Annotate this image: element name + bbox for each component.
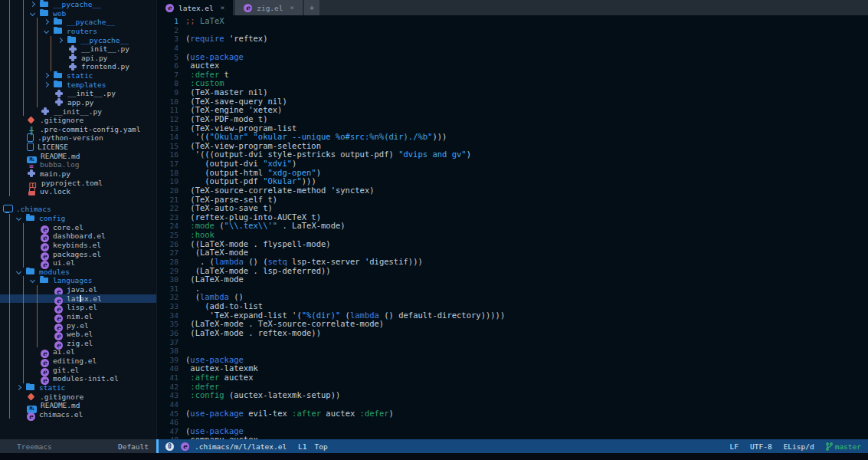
- code-line[interactable]: 45(use-package evil-tex :after auctex :d…: [157, 409, 868, 419]
- indent-guide: [9, 347, 10, 356]
- tree-item-languages[interactable]: languages: [0, 276, 156, 285]
- code-line[interactable]: 41 :after auctex: [157, 373, 868, 383]
- code-line[interactable]: 4: [157, 44, 868, 53]
- tree-item-ui.el[interactable]: eui.el: [0, 258, 156, 268]
- line-number: 18: [157, 169, 179, 178]
- chevron-right-icon: [30, 2, 35, 7]
- tree-item-README.md[interactable]: M↓README.md: [0, 401, 156, 410]
- tree-item-uv.lock[interactable]: uv.lock: [0, 187, 156, 196]
- code-line[interactable]: 40 auctex-latexmk: [157, 364, 868, 373]
- tree-item-static[interactable]: static: [0, 383, 156, 393]
- indent-guide: [51, 36, 51, 45]
- code-line[interactable]: 38: [157, 347, 868, 356]
- tree-item-lisp.el[interactable]: elisp.el: [0, 303, 156, 312]
- code-line[interactable]: 26 ((LaTeX-mode . flyspell-mode): [157, 240, 868, 249]
- tree-item-nim.el[interactable]: enim.el: [0, 312, 156, 321]
- line-number: 3: [157, 34, 179, 44]
- tree-item-latex.el[interactable]: elatex.el: [0, 294, 156, 304]
- folder-icon: [40, 276, 49, 284]
- code-line[interactable]: 29 (LaTeX-mode . lsp-deferred)): [157, 267, 868, 276]
- code-line[interactable]: 46: [157, 418, 868, 427]
- tree-item-bubba.log[interactable]: ≡bubba.log: [0, 160, 156, 169]
- indent-guide: [23, 366, 24, 375]
- code-line[interactable]: 3(require 'reftex): [157, 34, 868, 44]
- tree-item-.chimacs[interactable]: .chimacs: [0, 205, 156, 214]
- tree-item-main.py[interactable]: main.py: [0, 169, 156, 179]
- tree-item-.pre-commit-config.yaml[interactable]: ╫.pre-commit-config.yaml: [0, 125, 156, 134]
- code-line[interactable]: 39(use-package: [157, 356, 868, 365]
- code-line[interactable]: 36 (LaTeX-mode . reftex-mode)): [157, 329, 868, 338]
- tab-latex.el[interactable]: elatex.el×: [157, 0, 233, 15]
- tree-item-editing.el[interactable]: eediting.el: [0, 356, 156, 366]
- tree-item-__init__.py[interactable]: __init__.py: [0, 107, 156, 117]
- tree-item-chimacs.el[interactable]: echimacs.el: [0, 410, 156, 419]
- tree-item-.gitignore[interactable]: .gitignore: [0, 393, 156, 402]
- tree-item-__pycache__[interactable]: __pycache__: [0, 18, 156, 27]
- indent-guide: [51, 54, 51, 63]
- tree-item-README.md[interactable]: M↓README.md: [0, 152, 156, 161]
- tree-item-git.el[interactable]: egit.el: [0, 366, 156, 375]
- tree-item-__pycache__[interactable]: __pycache__: [0, 0, 156, 9]
- tree-item-modules[interactable]: modules: [0, 268, 156, 277]
- file-tree[interactable]: __pycache__web__pycache__routers__pycach…: [0, 0, 156, 439]
- code-line[interactable]: 6 auctex: [157, 61, 868, 71]
- tree-item-pyproject.toml[interactable]: [T]pyproject.toml: [0, 179, 156, 188]
- tree-item-config[interactable]: config: [0, 214, 156, 223]
- new-tab-button[interactable]: +: [304, 0, 319, 15]
- indent-guide: [9, 133, 10, 143]
- folder-icon: [40, 9, 49, 18]
- code-line[interactable]: 43 :config (auctex-latexmk-setup)): [157, 391, 868, 400]
- elisp-file-icon: e: [165, 4, 174, 12]
- line-number: 24: [157, 222, 179, 231]
- code-line[interactable]: 31 .: [157, 284, 868, 294]
- code-line[interactable]: 37: [157, 338, 868, 347]
- tree-item-java.el[interactable]: ejava.el: [0, 285, 156, 294]
- indent-guide: [9, 71, 10, 80]
- code-area[interactable]: 1;; LaTeX23(require 'reftex)45(use-packa…: [157, 15, 868, 439]
- indent-guide: [23, 356, 24, 366]
- indent-guide: [23, 321, 24, 330]
- tree-item-web.el[interactable]: eweb.el: [0, 330, 156, 339]
- code-line[interactable]: 30 (LaTeX-mode: [157, 275, 868, 284]
- tab-close-icon[interactable]: ×: [221, 4, 224, 12]
- code-line[interactable]: 7 :defer t: [157, 71, 868, 80]
- tab-zig.el[interactable]: ezig.el×: [235, 0, 303, 15]
- code-line[interactable]: 32 (lambda (): [157, 293, 868, 302]
- tree-item-__init__.py[interactable]: __init__.py: [0, 44, 156, 54]
- tree-item-api.py[interactable]: api.py: [0, 54, 156, 63]
- folder-icon: [54, 18, 63, 26]
- indent-guide: [9, 0, 10, 9]
- tree-item-routers[interactable]: routers: [0, 27, 156, 36]
- tree-item-label: ui.el: [53, 258, 75, 267]
- tree-item-__pycache__[interactable]: __pycache__: [0, 36, 156, 45]
- code-line[interactable]: 47(use-package: [157, 427, 868, 436]
- tree-item-py.el[interactable]: epy.el: [0, 321, 156, 330]
- tree-item-app.py[interactable]: app.py: [0, 98, 156, 107]
- tree-item-.gitignore[interactable]: .gitignore: [0, 116, 156, 125]
- tree-item-zig.el[interactable]: ezig.el: [0, 339, 156, 348]
- tree-item-label: .gitignore: [40, 393, 84, 401]
- tree-item-modules-init.el[interactable]: emodules-init.el: [0, 374, 156, 383]
- indent-guide: [9, 223, 10, 232]
- tree-item-__init__.py[interactable]: __init__.py: [0, 89, 156, 98]
- tree-item-core.el[interactable]: ecore.el: [0, 223, 156, 232]
- tab-close-icon[interactable]: ×: [290, 4, 294, 12]
- tree-item-label: languages: [53, 276, 92, 284]
- tree-item-LICENSE[interactable]: LICENSE: [0, 143, 156, 152]
- tree-item-.python-version[interactable]: .python-version: [0, 133, 156, 143]
- code-line[interactable]: 24 :mode ("\\.tex\\'" . LaTeX-mode): [157, 222, 868, 231]
- tree-item-label: ai.el: [53, 347, 75, 356]
- tree-item-keybinds.el[interactable]: ekeybinds.el: [0, 241, 156, 250]
- tree-item-web[interactable]: web: [0, 9, 156, 18]
- code-line[interactable]: 5(use-package: [157, 53, 868, 62]
- tree-item-frontend.py[interactable]: frontend.py: [0, 62, 156, 71]
- tree-item-label: uv.lock: [40, 187, 70, 196]
- tree-item-packages.el[interactable]: epackages.el: [0, 250, 156, 259]
- echo-area[interactable]: [0, 453, 868, 460]
- code-line[interactable]: 1;; LaTeX: [157, 17, 868, 26]
- tree-item-ai.el[interactable]: eai.el: [0, 347, 156, 356]
- tree-item-label: bubba.log: [40, 160, 79, 169]
- tree-item-static[interactable]: static: [0, 71, 156, 80]
- tree-item-templates[interactable]: templates: [0, 80, 156, 90]
- tree-item-dashboard.el[interactable]: edashboard.el: [0, 232, 156, 241]
